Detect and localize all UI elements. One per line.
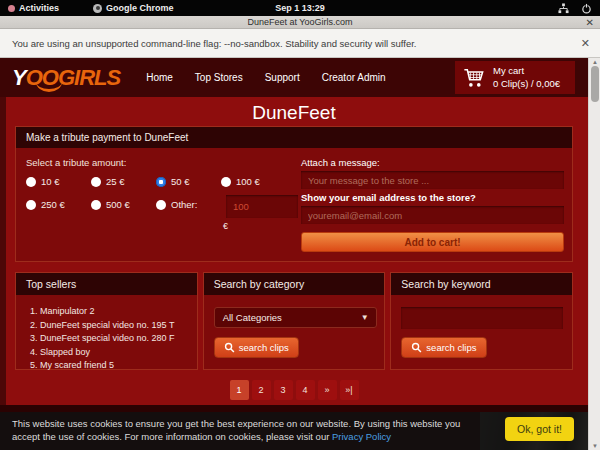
cart-summary: 0 Clip(s) / 0,00€	[493, 78, 560, 91]
focused-app-menu[interactable]: Google Chrome	[85, 0, 182, 16]
currency-label: €	[223, 221, 228, 231]
tribute-amount-radio-50[interactable]	[156, 177, 166, 187]
top-seller-item[interactable]: DuneFeet special video no. 195 T	[40, 319, 189, 333]
category-dropdown[interactable]: All Categories ▼	[214, 307, 377, 328]
page-button-1[interactable]: 1	[230, 380, 249, 400]
category-dropdown-value: All Categories	[223, 312, 282, 323]
tribute-amount-label: Other:	[171, 199, 197, 210]
tribute-panel-header: Make a tribute payment to DuneFeet	[16, 127, 572, 148]
search-keyword-panel: Search by keyword search clips	[390, 272, 573, 370]
top-seller-item[interactable]: Slapped boy	[40, 346, 189, 360]
tribute-amount-radio-other[interactable]	[156, 200, 166, 210]
cookie-message: This website uses cookies to ensure you …	[12, 417, 484, 443]
tribute-amount-label: 500 €	[106, 199, 130, 210]
page-button-next[interactable]: »	[318, 380, 337, 400]
main-nav: Home Top Stores Support Creator Admin	[146, 72, 385, 83]
search-clips-button-category[interactable]: search clips	[214, 337, 299, 358]
cookie-banner: This website uses cookies to ensure you …	[0, 412, 588, 450]
logo-text-girls: GIRLS	[58, 65, 120, 90]
network-icon[interactable]	[558, 3, 569, 14]
page-title: DuneFeet	[0, 102, 588, 124]
scrollbar-down-icon[interactable]: ▼	[592, 443, 598, 449]
window-close-icon[interactable]: ✕	[586, 16, 594, 29]
cart-widget[interactable]: My cart 0 Clip(s) / 0,00€	[455, 61, 575, 94]
page-button-2[interactable]: 2	[252, 380, 271, 400]
tribute-amount-option-100[interactable]: 100 €	[221, 176, 260, 187]
activities-button[interactable]: Activities	[0, 0, 67, 16]
tribute-select-label: Select a tribute amount:	[26, 157, 126, 168]
tribute-amount-option-50[interactable]: 50 €	[156, 176, 190, 187]
tribute-amount-radio-500[interactable]	[91, 200, 101, 210]
email-input[interactable]	[301, 206, 564, 224]
activities-indicator-icon	[8, 5, 15, 12]
pagination: 1 2 3 4 » »|	[0, 380, 588, 400]
tribute-amount-label: 50 €	[171, 176, 190, 187]
tribute-amount-radio-250[interactable]	[26, 200, 36, 210]
top-seller-item[interactable]: DuneFeet special video no. 280 F	[40, 332, 189, 346]
scrollbar-thumb[interactable]	[591, 66, 599, 102]
attach-message-label: Attach a message:	[301, 157, 380, 168]
message-input[interactable]	[301, 171, 564, 189]
scrollbar-up-icon[interactable]: ▲	[592, 59, 598, 65]
search-category-panel: Search by category All Categories ▼ sear…	[203, 272, 386, 370]
tribute-amount-label: 100 €	[236, 176, 260, 187]
tribute-amount-label: 250 €	[41, 199, 65, 210]
activities-label: Activities	[19, 3, 59, 13]
cookie-message-text: This website uses cookies to ensure you …	[12, 418, 460, 442]
cart-icon	[463, 67, 485, 89]
search-clips-button-keyword[interactable]: search clips	[401, 337, 486, 358]
window-title: DuneFeet at YooGirls.com	[247, 17, 352, 27]
search-category-header: Search by category	[204, 273, 385, 295]
tribute-amount-radio-100[interactable]	[221, 177, 231, 187]
chrome-infobar: You are using an unsupported command-lin…	[0, 29, 600, 58]
nav-item-support[interactable]: Support	[265, 72, 300, 83]
top-sellers-header: Top sellers	[16, 273, 197, 295]
privacy-policy-link[interactable]: Privacy Policy	[332, 431, 391, 442]
search-icon	[411, 342, 422, 353]
tribute-amount-option-25[interactable]: 25 €	[91, 176, 125, 187]
tribute-amount-radio-25[interactable]	[91, 177, 101, 187]
infobar-close-icon[interactable]: ✕	[581, 37, 590, 50]
nav-item-top-stores[interactable]: Top Stores	[195, 72, 243, 83]
site-logo[interactable]: YOOGIRLS	[12, 65, 120, 91]
tribute-amount-label: 25 €	[106, 176, 125, 187]
search-clips-label: search clips	[239, 342, 289, 353]
nav-item-creator-admin[interactable]: Creator Admin	[322, 72, 386, 83]
add-to-cart-button[interactable]: Add to cart!	[301, 232, 564, 252]
bottom-panels-row: Top sellers Manipulator 2 DuneFeet speci…	[15, 272, 573, 370]
other-amount-input[interactable]	[226, 195, 298, 218]
tribute-amount-option-500[interactable]: 500 €	[91, 199, 130, 210]
chrome-app-icon	[93, 4, 102, 13]
top-seller-item[interactable]: Manipulator 2	[40, 305, 189, 319]
page-button-3[interactable]: 3	[274, 380, 293, 400]
search-clips-label: search clips	[426, 342, 476, 353]
top-sellers-list: Manipulator 2 DuneFeet special video no.…	[40, 305, 189, 373]
page-button-4[interactable]: 4	[296, 380, 315, 400]
browser-scrollbar[interactable]: ▲ ▼	[588, 58, 600, 450]
tribute-amount-option-250[interactable]: 250 €	[26, 199, 65, 210]
site-header: YOOGIRLS Home Top Stores Support Creator…	[0, 58, 588, 97]
window-title-bar: DuneFeet at YooGirls.com ✕	[0, 16, 600, 29]
focused-app-label: Google Chrome	[106, 3, 174, 13]
power-icon[interactable]	[581, 3, 592, 14]
logo-smile-icon	[36, 82, 62, 92]
top-sellers-panel: Top sellers Manipulator 2 DuneFeet speci…	[15, 272, 198, 370]
system-top-bar: Activities Google Chrome Sep 1 13:29	[0, 0, 600, 16]
logo-text-y: Y	[12, 65, 26, 90]
chevron-down-icon: ▼	[361, 313, 369, 322]
cookie-accept-button[interactable]: Ok, got it!	[505, 417, 574, 441]
infobar-message: You are using an unsupported command-lin…	[12, 38, 417, 49]
cart-label: My cart	[493, 65, 560, 78]
tribute-amount-radio-10[interactable]	[26, 177, 36, 187]
search-keyword-header: Search by keyword	[391, 273, 572, 295]
tribute-amount-option-other[interactable]: Other:	[156, 199, 197, 210]
page-button-last[interactable]: »|	[340, 380, 359, 400]
tribute-amount-label: 10 €	[41, 176, 60, 187]
show-email-label: Show your email address to the store?	[301, 192, 476, 203]
keyword-input[interactable]	[401, 307, 563, 329]
page-viewport: YOOGIRLS Home Top Stores Support Creator…	[0, 58, 600, 450]
nav-item-home[interactable]: Home	[146, 72, 173, 83]
top-seller-item[interactable]: My scared friend 5	[40, 359, 189, 373]
tribute-amount-option-10[interactable]: 10 €	[26, 176, 60, 187]
search-icon	[224, 342, 235, 353]
